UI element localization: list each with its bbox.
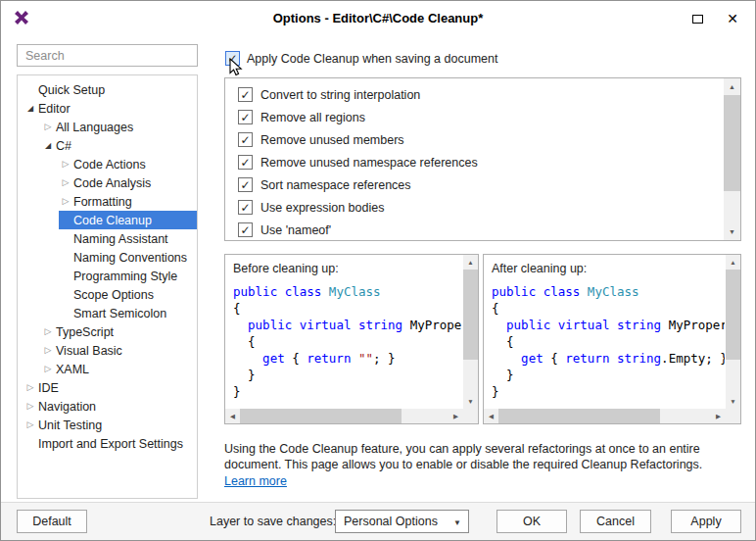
tree-item-code-actions[interactable]: ▷Code Actions bbox=[59, 155, 197, 173]
code-line: } bbox=[492, 367, 725, 383]
cleanup-option-remove-unused-members: ✓Remove unused members bbox=[225, 128, 724, 151]
scroll-down-icon[interactable]: ▼ bbox=[726, 394, 740, 409]
tree-item-ide[interactable]: ▷IDE bbox=[24, 378, 197, 397]
close-button[interactable]: ✕ bbox=[720, 8, 745, 29]
tree-item-label: Code Actions bbox=[72, 158, 146, 172]
code-line: } bbox=[492, 383, 725, 400]
scroll-up-icon[interactable]: ▲ bbox=[463, 255, 478, 270]
cleanup-option-checkbox[interactable]: ✓ bbox=[238, 200, 253, 215]
code-line: public class MyClass bbox=[492, 283, 725, 300]
tree-item-naming-assistant[interactable]: Naming Assistant bbox=[59, 229, 197, 248]
scroll-down-icon[interactable]: ▼ bbox=[463, 394, 478, 409]
list-vertical-scrollbar[interactable]: ▲ ▼ bbox=[724, 78, 740, 240]
expand-icon[interactable]: ▷ bbox=[59, 155, 72, 173]
options-dialog: Options - Editor\C#\Code Cleanup* ✕ Quic… bbox=[0, 0, 756, 541]
scrollbar-thumb[interactable] bbox=[240, 409, 402, 423]
scroll-up-icon[interactable]: ▲ bbox=[724, 78, 740, 95]
tree-item-label: Import and Export Settings bbox=[37, 437, 183, 451]
options-tree: Quick Setup◢Editor▷All Languages◢C#▷Code… bbox=[17, 74, 198, 499]
cleanup-option-checkbox[interactable]: ✓ bbox=[238, 110, 253, 124]
after-horizontal-scrollbar[interactable]: ◀ ▶ bbox=[484, 409, 726, 423]
scroll-left-icon[interactable]: ◀ bbox=[225, 409, 240, 423]
tree-item-label: TypeScript bbox=[55, 325, 114, 339]
expand-icon[interactable]: ▷ bbox=[59, 173, 72, 192]
apply-button[interactable]: Apply bbox=[671, 510, 741, 533]
tree-item-naming-conventions[interactable]: Naming Conventions bbox=[59, 248, 197, 267]
ok-button[interactable]: OK bbox=[496, 510, 567, 533]
cleanup-option-label: Remove unused members bbox=[260, 133, 404, 147]
layer-select[interactable]: Personal Options ▼ bbox=[335, 510, 469, 533]
collapse-icon[interactable]: ◢ bbox=[41, 136, 55, 155]
cancel-button[interactable]: Cancel bbox=[580, 510, 651, 533]
expand-icon[interactable]: ▷ bbox=[59, 192, 72, 211]
maximize-button[interactable] bbox=[685, 8, 710, 29]
after-panel-title: After cleaning up: bbox=[492, 262, 587, 275]
scroll-right-icon[interactable]: ▶ bbox=[711, 409, 726, 423]
scroll-right-icon[interactable]: ▶ bbox=[449, 409, 463, 423]
tree-item-typescript[interactable]: ▷TypeScript bbox=[41, 322, 197, 341]
cleanup-option-checkbox[interactable]: ✓ bbox=[238, 155, 253, 170]
checkmark-icon: ✓ bbox=[240, 89, 250, 101]
checkmark-icon: ✓ bbox=[240, 134, 250, 146]
search-input[interactable] bbox=[17, 44, 198, 67]
code-line: } bbox=[233, 383, 462, 400]
cleanup-option-checkbox[interactable]: ✓ bbox=[238, 222, 253, 237]
tree-item-code-cleanup[interactable]: Code Cleanup bbox=[59, 211, 197, 229]
expand-icon[interactable]: ▷ bbox=[41, 118, 55, 136]
tree-item-visual-basic[interactable]: ▷Visual Basic bbox=[41, 341, 197, 360]
cleanup-option-checkbox[interactable]: ✓ bbox=[238, 177, 253, 192]
scroll-up-icon[interactable]: ▲ bbox=[726, 255, 740, 270]
default-button[interactable]: Default bbox=[17, 510, 87, 533]
tree-item-quick-setup[interactable]: Quick Setup bbox=[24, 80, 197, 99]
expand-icon[interactable]: ▷ bbox=[41, 341, 55, 360]
expand-icon[interactable]: ▷ bbox=[24, 397, 37, 416]
tree-item-xaml[interactable]: ▷XAML bbox=[41, 360, 197, 378]
tree-item-label: Visual Basic bbox=[55, 344, 122, 358]
tree-item-editor[interactable]: ◢Editor bbox=[24, 99, 197, 118]
cleanup-option-sort-namespace-references: ✓Sort namespace references bbox=[225, 173, 724, 196]
cleanup-option-checkbox[interactable]: ✓ bbox=[238, 132, 253, 147]
scrollbar-thumb[interactable] bbox=[463, 270, 478, 360]
tree-item-label: Smart Semicolon bbox=[72, 307, 166, 320]
learn-more-link[interactable]: Learn more bbox=[224, 474, 287, 488]
expand-icon[interactable]: ▷ bbox=[41, 360, 55, 378]
collapse-icon[interactable]: ◢ bbox=[24, 99, 37, 118]
tree-item-unit-testing[interactable]: ▷Unit Testing bbox=[24, 416, 197, 434]
checkmark-icon: ✓ bbox=[240, 202, 250, 214]
tree-item-label: Naming Conventions bbox=[72, 251, 187, 265]
expand-icon[interactable]: ▷ bbox=[41, 322, 55, 341]
tree-item-c[interactable]: ◢C# bbox=[41, 136, 197, 155]
scrollbar-thumb[interactable] bbox=[498, 409, 660, 423]
tree-item-code-analysis[interactable]: ▷Code Analysis bbox=[59, 173, 197, 192]
cleanup-option-remove-all-regions: ✓Remove all regions bbox=[225, 106, 724, 128]
mouse-cursor-icon bbox=[229, 58, 243, 77]
tree-item-label: Unit Testing bbox=[37, 418, 102, 432]
scroll-left-icon[interactable]: ◀ bbox=[484, 409, 498, 423]
tree-item-navigation[interactable]: ▷Navigation bbox=[24, 397, 197, 416]
cleanup-option-use-nameof: ✓Use 'nameof' bbox=[225, 219, 724, 241]
chevron-down-icon: ▼ bbox=[453, 518, 461, 527]
tree-item-import-and-export-settings[interactable]: Import and Export Settings bbox=[24, 434, 197, 453]
cleanup-option-label: Use expression bodies bbox=[260, 201, 384, 215]
scroll-down-icon[interactable]: ▼ bbox=[724, 223, 740, 240]
before-horizontal-scrollbar[interactable]: ◀ ▶ bbox=[225, 409, 463, 423]
cleanup-option-checkbox[interactable]: ✓ bbox=[238, 87, 253, 102]
scrollbar-thumb[interactable] bbox=[726, 270, 740, 360]
before-code: public class MyClass{ public virtual str… bbox=[233, 283, 462, 408]
tree-item-label: XAML bbox=[55, 363, 89, 376]
tree-item-smart-semicolon[interactable]: Smart Semicolon bbox=[59, 304, 197, 322]
after-vertical-scrollbar[interactable]: ▲ ▼ bbox=[726, 255, 740, 409]
tree-item-label: Programming Style bbox=[72, 270, 177, 283]
tree-item-scope-options[interactable]: Scope Options bbox=[59, 285, 197, 304]
code-line: { bbox=[492, 300, 725, 317]
tree-item-all-languages[interactable]: ▷All Languages bbox=[41, 118, 197, 136]
tree-item-label: Scope Options bbox=[72, 288, 154, 302]
before-vertical-scrollbar[interactable]: ▲ ▼ bbox=[463, 255, 478, 409]
scrollbar-corner bbox=[726, 409, 740, 423]
scrollbar-thumb[interactable] bbox=[724, 95, 740, 191]
tree-item-programming-style[interactable]: Programming Style bbox=[59, 267, 197, 285]
tree-item-formatting[interactable]: ▷Formatting bbox=[59, 192, 197, 211]
code-line: public virtual string MyProperty bbox=[233, 317, 462, 333]
expand-icon[interactable]: ▷ bbox=[24, 378, 37, 397]
expand-icon[interactable]: ▷ bbox=[24, 416, 37, 434]
